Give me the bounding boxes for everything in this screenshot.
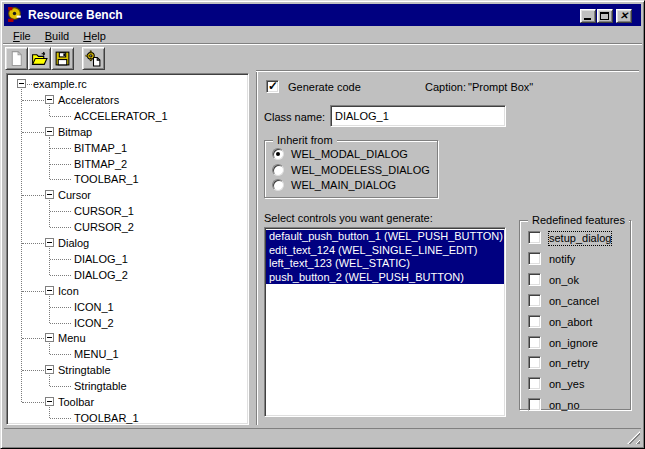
tree-leaf-item[interactable]: Stringtable [74, 378, 127, 394]
tree-category-item[interactable]: Dialog [58, 235, 89, 251]
tree-category-item[interactable]: Toolbar [58, 394, 94, 410]
window-title: Resource Bench [28, 8, 123, 22]
menu-separator [3, 43, 642, 45]
checkbox-label-on_no[interactable]: on_no [549, 399, 580, 412]
class-name-input[interactable] [330, 105, 506, 127]
generate-code-checkbox[interactable]: ✓ [266, 80, 279, 93]
tree-expand-icon[interactable] [45, 127, 54, 136]
tree-connector [50, 323, 71, 324]
tree-connector [49, 375, 50, 386]
radio-label-wel_main_dialog[interactable]: WEL_MAIN_DIALOG [291, 179, 396, 191]
checkbox-on_no[interactable]: ✓ [528, 398, 541, 411]
tree-expand-icon[interactable] [45, 286, 54, 295]
checkbox-notify[interactable]: ✓ [528, 252, 541, 265]
resource-tree[interactable]: example.rcAcceleratorsACCELERATOR_1Bitma… [6, 73, 249, 425]
tree-leaf-item[interactable]: BITMAP_2 [74, 156, 127, 172]
maximize-icon [600, 12, 609, 20]
tree-connector [49, 296, 50, 323]
radio-wel_modeless_dialog[interactable] [272, 164, 284, 176]
checkbox-on_abort[interactable]: ✓ [528, 315, 541, 328]
tree-category-item[interactable]: Accelerators [58, 92, 119, 108]
radio-label-wel_modal_dialog[interactable]: WEL_MODAL_DIALOG [291, 148, 408, 160]
tree-root-item[interactable]: example.rc [33, 76, 87, 92]
checkbox-on_retry[interactable]: ✓ [528, 356, 541, 369]
checkbox-on_cancel[interactable]: ✓ [528, 294, 541, 307]
tree-leaf-item[interactable]: CURSOR_2 [74, 219, 134, 235]
radio-wel_main_dialog[interactable] [272, 179, 284, 191]
generate-code-label[interactable]: Generate code [288, 81, 361, 94]
tree-category-item[interactable]: Cursor [58, 187, 91, 203]
tree-leaf-item[interactable]: MENU_1 [74, 346, 119, 362]
tree-expand-icon[interactable] [45, 365, 54, 374]
panel-splitter[interactable] [256, 71, 258, 425]
tree-expand-icon[interactable] [45, 238, 54, 247]
tree-leaf-item[interactable]: ICON_1 [74, 299, 114, 315]
app-icon [6, 6, 23, 23]
list-item[interactable]: edit_text_124 (WEL_SINGLE_LINE_EDIT) [266, 244, 504, 258]
controls-listbox[interactable]: default_push_button_1 (WEL_PUSH_BUTTON)e… [264, 227, 506, 417]
new-file-button[interactable] [5, 47, 28, 70]
checkbox-label-on_cancel[interactable]: on_cancel [549, 295, 599, 308]
title-bar[interactable]: Resource Bench [4, 4, 641, 26]
tree-connector [22, 291, 44, 292]
caption-value: "Prompt Box" [468, 81, 533, 94]
checkbox-label-on_abort[interactable]: on_abort [549, 316, 592, 329]
tree-connector [50, 418, 71, 419]
maximize-button[interactable] [597, 9, 613, 23]
redefined-features-group: Redefined features ✓setup_dialog✓notify✓… [519, 220, 631, 410]
tree-connector [50, 116, 71, 117]
redefined-features-legend: Redefined features [528, 213, 629, 227]
checkbox-on_ignore[interactable]: ✓ [528, 336, 541, 349]
checkbox-label-notify[interactable]: notify [549, 253, 575, 266]
open-file-button[interactable] [28, 47, 51, 70]
close-button[interactable] [616, 9, 632, 23]
tree-connector [50, 179, 71, 180]
menu-build[interactable]: Build [38, 28, 76, 44]
tree-leaf-item[interactable]: ACCELERATOR_1 [74, 108, 168, 124]
tree-leaf-item[interactable]: DIALOG_2 [74, 267, 128, 283]
checkbox-label-on_ignore[interactable]: on_ignore [549, 337, 598, 350]
checkbox-label-on_yes[interactable]: on_yes [549, 378, 584, 391]
new-file-icon [8, 50, 25, 67]
build-icon [85, 50, 102, 67]
checkbox-label-on_retry[interactable]: on_retry [549, 357, 589, 370]
tree-connector [49, 248, 50, 275]
tree-category-item[interactable]: Menu [58, 330, 86, 346]
checkbox-setup_dialog[interactable]: ✓ [528, 231, 541, 244]
save-file-button[interactable] [51, 47, 74, 70]
tree-connector [50, 307, 71, 308]
app-window: Resource Bench FileBuildHelp [0, 0, 645, 449]
tree-leaf-item[interactable]: DIALOG_1 [74, 251, 128, 267]
checkbox-on_yes[interactable]: ✓ [528, 377, 541, 390]
checkbox-on_ok[interactable]: ✓ [528, 273, 541, 286]
radio-label-wel_modeless_dialog[interactable]: WEL_MODELESS_DIALOG [291, 164, 430, 176]
tree-expand-icon[interactable] [45, 190, 54, 199]
tree-category-item[interactable]: Icon [58, 283, 79, 299]
menu-help[interactable]: Help [76, 28, 113, 44]
close-icon [617, 10, 631, 22]
menu-file[interactable]: File [6, 28, 38, 44]
resize-grip[interactable] [627, 431, 640, 444]
tree-expand-icon[interactable] [45, 333, 54, 342]
tree-expand-icon[interactable] [45, 397, 54, 406]
tree-leaf-item[interactable]: CURSOR_1 [74, 203, 134, 219]
radio-wel_modal_dialog[interactable] [272, 148, 284, 160]
checkbox-label-on_ok[interactable]: on_ok [549, 274, 579, 287]
tree-leaf-item[interactable]: TOOLBAR_1 [74, 410, 139, 425]
list-item[interactable]: left_text_123 (WEL_STATIC) [266, 257, 504, 271]
tree-connector [50, 211, 71, 212]
tree-category-item[interactable]: Bitmap [58, 124, 92, 140]
build-button[interactable] [82, 47, 105, 70]
tree-expand-icon[interactable] [17, 79, 26, 88]
minimize-button[interactable] [580, 9, 596, 23]
tree-expand-icon[interactable] [45, 95, 54, 104]
tree-connector [22, 132, 44, 133]
checkbox-label-setup_dialog[interactable]: setup_dialog [549, 232, 611, 245]
list-item[interactable]: push_button_2 (WEL_PUSH_BUTTON) [266, 271, 504, 285]
tree-category-item[interactable]: Stringtable [58, 362, 111, 378]
list-item[interactable]: default_push_button_1 (WEL_PUSH_BUTTON) [266, 230, 504, 244]
tree-leaf-item[interactable]: TOOLBAR_1 [74, 171, 139, 187]
tree-leaf-item[interactable]: ICON_2 [74, 315, 114, 331]
minimize-icon [584, 18, 591, 20]
tree-leaf-item[interactable]: BITMAP_1 [74, 140, 127, 156]
